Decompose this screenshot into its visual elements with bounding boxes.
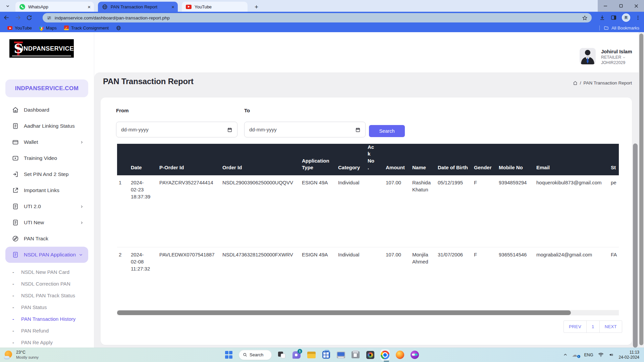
wifi-icon[interactable]: [598, 352, 604, 357]
photo-viewer-button[interactable]: [366, 350, 375, 360]
user-avatar: [580, 48, 596, 64]
bookmark-star-icon[interactable]: [582, 15, 588, 21]
screen: WhatsApp × PAN Transaction Report × YouT…: [0, 0, 644, 362]
bookmark-youtube[interactable]: YouTube: [7, 25, 32, 31]
scanner-icon: [352, 351, 360, 358]
address-bar[interactable]: indpanservice.com/dashboard/pan-transact…: [43, 13, 592, 22]
sidebar-item-important-links[interactable]: Important Links: [0, 182, 94, 198]
volume-icon[interactable]: [608, 352, 614, 357]
transactions-table: Date P-Order Id Order Id Application Typ…: [117, 144, 619, 310]
chat-app-button[interactable]: 1: [292, 350, 301, 360]
sidebar-item-label: Training Video: [24, 155, 57, 161]
language-indicator[interactable]: ENG: [584, 353, 593, 357]
file-explorer-button[interactable]: [307, 350, 316, 360]
chevron-right-icon: [80, 221, 84, 225]
site-logo[interactable]: S INDPANSERVICE: [9, 39, 74, 58]
side-panel-icon[interactable]: [610, 14, 617, 21]
remote-desktop-button[interactable]: [336, 350, 345, 360]
sidebar-subitem-nsdl-pan-track-status[interactable]: NSDL PAN Track Status: [0, 290, 94, 301]
browser-profile-avatar[interactable]: R: [622, 13, 630, 22]
onedrive-cloud-icon[interactable]: ☁i: [572, 352, 580, 358]
sidebar-item-training-video[interactable]: Training Video: [0, 150, 94, 166]
download-icon[interactable]: [599, 14, 605, 21]
from-date-input[interactable]: [121, 127, 227, 132]
tab-search-button[interactable]: [3, 2, 12, 10]
user-role[interactable]: RETAILER: [601, 55, 632, 60]
sidebar-subitem-nsdl-correction-pan[interactable]: NSDL Correction PAN: [0, 278, 94, 290]
url-text[interactable]: indpanservice.com/dashboard/pan-transact…: [55, 15, 582, 20]
table-horizontal-scrollbar[interactable]: [117, 310, 619, 315]
scrollbar-thumb[interactable]: [117, 310, 571, 315]
sidebar-subitem-pan-status[interactable]: PAN Status: [0, 301, 94, 313]
login-icon: [12, 171, 19, 178]
cell-mobile-no: 9365514546: [497, 247, 535, 310]
transactions-table-wrapper[interactable]: Date P-Order Id Order Id Application Typ…: [117, 144, 619, 310]
taskbar-weather-widget[interactable]: 23°C Mostly sunny: [4, 348, 39, 362]
sidebar-item-label: PAN Track: [24, 236, 48, 242]
panel-scrollbar-thumb[interactable]: [633, 143, 638, 348]
microsoft-store-button[interactable]: [321, 350, 331, 360]
sidebar-subitem-pan-re-apply[interactable]: PAN Re Apply: [0, 337, 94, 348]
forward-button[interactable]: [15, 14, 21, 21]
tab-whatsapp[interactable]: WhatsApp ×: [15, 2, 94, 12]
back-button[interactable]: [3, 14, 10, 21]
sidebar-item-pan-track[interactable]: PAN Track: [0, 231, 94, 247]
document-icon: [12, 251, 19, 258]
home-icon[interactable]: [573, 81, 578, 85]
taskbar-search[interactable]: Search: [239, 350, 272, 360]
task-view-button[interactable]: [277, 350, 286, 360]
reload-button[interactable]: [26, 15, 32, 21]
start-button[interactable]: [224, 350, 233, 360]
window-maximize-button[interactable]: [613, 0, 629, 12]
chevron-down-icon: [6, 4, 10, 8]
chrome-button-active[interactable]: [380, 350, 390, 360]
menu-kebab-icon[interactable]: [635, 15, 641, 20]
window-close-button[interactable]: [629, 0, 644, 12]
window-minimize-button[interactable]: [598, 0, 613, 12]
all-bookmarks-button[interactable]: All Bookmarks: [599, 23, 639, 32]
to-date-input[interactable]: [249, 127, 355, 132]
sidebar-item-uti-2[interactable]: UTI 2.0: [0, 198, 94, 215]
sidebar-item-wallet[interactable]: Wallet: [0, 134, 94, 150]
site-name-badge[interactable]: INDPANSERVICE.COM: [5, 79, 88, 97]
scanner-app-button[interactable]: [351, 350, 360, 360]
tray-chevron-up-icon[interactable]: [563, 353, 568, 357]
sidebar-item-label: Set PIN And 2 Step: [24, 171, 69, 177]
compass-icon: [12, 235, 19, 242]
tab-close-icon[interactable]: ×: [171, 4, 174, 9]
site-settings-icon[interactable]: [47, 15, 52, 20]
sidebar-subitem-pan-transaction-history[interactable]: PAN Transaction History: [0, 313, 94, 325]
calendar-icon[interactable]: [355, 127, 361, 132]
bookmark-track-consignment[interactable]: ✓ Track Consignment: [64, 25, 109, 31]
purple-app-button[interactable]: [410, 350, 419, 360]
search-button[interactable]: Search: [369, 125, 405, 137]
chevron-down-icon: [623, 56, 626, 59]
sidebar-item-aadhar-linking-status[interactable]: Aadhar Linking Status: [0, 118, 94, 134]
tab-pan-transaction-report[interactable]: PAN Transaction Report ×: [98, 2, 178, 12]
user-profile[interactable]: Johirul Islam RETAILER JOHIR22029: [580, 48, 632, 65]
sidebar-subitem-nsdl-new-pan-card[interactable]: NSDL New PAN Card: [0, 266, 94, 278]
table-header-row: Date P-Order Id Order Id Application Typ…: [117, 144, 619, 175]
sidebar-subitem-pan-refund[interactable]: PAN Refund: [0, 325, 94, 337]
cell-amount: 107.00: [384, 175, 411, 247]
tab-close-icon[interactable]: ×: [88, 4, 91, 9]
pagination-page-1[interactable]: 1: [587, 321, 600, 333]
pagination-prev-button[interactable]: PREV: [564, 321, 587, 333]
firefox-button[interactable]: [395, 350, 405, 360]
calendar-icon[interactable]: [227, 127, 232, 132]
pagination-next-button[interactable]: NEXT: [600, 321, 622, 333]
sidebar-item-uti-new[interactable]: UTI New: [0, 215, 94, 231]
tab-youtube[interactable]: YouTube: [182, 2, 248, 12]
to-date-field: [244, 122, 366, 137]
bookmark-maps[interactable]: Maps: [39, 25, 57, 31]
sidebar-item-set-pin[interactable]: Set PIN And 2 Step: [0, 166, 94, 182]
sidebar-item-dashboard[interactable]: Dashboard: [0, 102, 94, 118]
breadcrumb-current[interactable]: PAN Transaction Report: [583, 80, 632, 85]
col-amount: Amount: [384, 144, 411, 175]
taskbar-clock[interactable]: 11:13 24-02-2024: [619, 350, 639, 360]
page-scrollbar-thumb[interactable]: [639, 34, 643, 345]
new-tab-button[interactable]: +: [252, 3, 261, 11]
sidebar-item-nsdl-pan-application[interactable]: NSDL PAN Application: [5, 247, 88, 263]
col-name: Name: [411, 144, 436, 175]
bookmark-globe[interactable]: [116, 25, 121, 31]
